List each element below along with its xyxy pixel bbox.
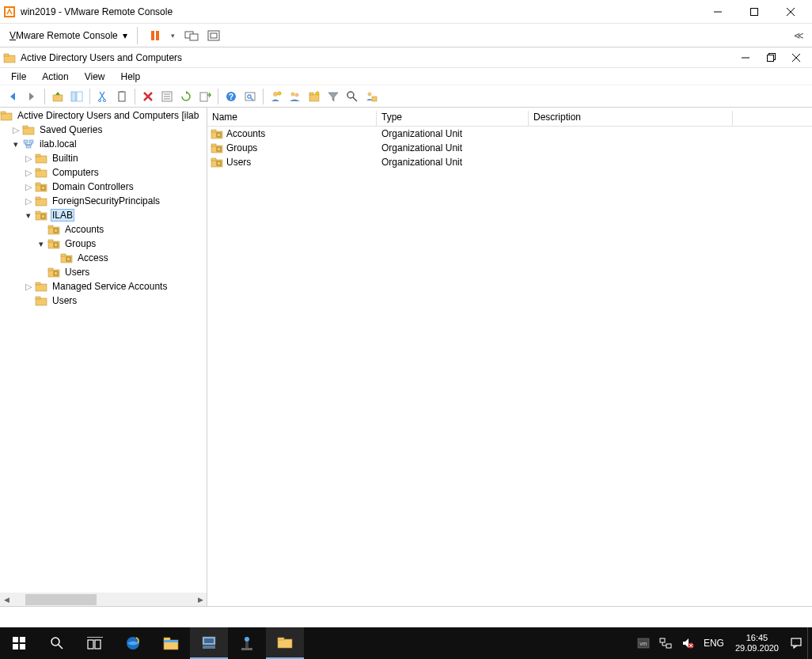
aduc-minimize-button[interactable] xyxy=(733,48,758,67)
expand-arrow-icon[interactable]: ▷ xyxy=(22,168,35,178)
nav-back-button[interactable] xyxy=(4,88,21,105)
tree[interactable]: Active Directory Users and Computers [il… xyxy=(0,108,207,593)
tree-node-ilab-users[interactable]: Users xyxy=(0,265,207,279)
menu-view[interactable]: View xyxy=(77,70,113,84)
tray-volume-icon[interactable] xyxy=(677,627,699,659)
aduc-window-title: Active Directory Users and Computers xyxy=(21,52,733,63)
svg-rect-20 xyxy=(77,92,82,101)
tray-language[interactable]: ENG xyxy=(699,627,729,659)
pause-dropdown[interactable]: ▾ xyxy=(168,26,179,45)
tray-vmware-icon[interactable]: vm xyxy=(632,627,655,659)
tree-node-domain-controllers[interactable]: ▷ Domain Controllers xyxy=(0,180,207,194)
scroll-left-arrow-icon[interactable]: ◀ xyxy=(0,596,13,604)
svg-rect-50 xyxy=(24,140,28,143)
list-row[interactable]: Users Organizational Unit xyxy=(207,155,812,169)
expand-arrow-icon[interactable]: ▷ xyxy=(22,282,35,292)
up-one-level-button[interactable] xyxy=(49,88,66,105)
col-header-name[interactable]: Name xyxy=(207,111,377,126)
vmrc-maximize-button[interactable] xyxy=(736,0,772,24)
tree-node-ilab-groups[interactable]: ▾ Groups xyxy=(0,237,207,251)
collapse-toolbar-button[interactable]: ≪ xyxy=(794,26,804,45)
expand-arrow-icon[interactable]: ▷ xyxy=(22,153,35,164)
scrollbar-thumb[interactable] xyxy=(25,594,97,605)
show-hide-tree-button[interactable] xyxy=(68,88,85,105)
tray-clock[interactable]: 16:45 29.09.2020 xyxy=(729,627,785,659)
tree-node-ilab-accounts[interactable]: Accounts xyxy=(0,222,207,237)
svg-rect-56 xyxy=(36,156,47,163)
ou-icon xyxy=(211,127,223,140)
tray-network-icon[interactable] xyxy=(655,627,677,659)
refresh-button[interactable] xyxy=(177,88,195,105)
tree-node-users[interactable]: Users xyxy=(0,294,207,308)
tree-node-computers[interactable]: ▷ Computers xyxy=(0,165,207,180)
collapse-arrow-icon[interactable]: ▾ xyxy=(35,239,47,249)
tree-node-fsp[interactable]: ▷ ForeignSecurityPrincipals xyxy=(0,194,207,208)
taskbar-server-manager-button[interactable] xyxy=(190,627,228,659)
start-button[interactable] xyxy=(0,627,38,659)
new-ou-button[interactable] xyxy=(305,88,323,105)
menu-help[interactable]: Help xyxy=(113,70,149,84)
vmrc-minimize-button[interactable] xyxy=(700,0,736,24)
tray-notifications-icon[interactable] xyxy=(785,627,807,659)
new-group-button[interactable] xyxy=(286,88,304,105)
tree-node-label: Users xyxy=(63,267,91,278)
filter-button[interactable] xyxy=(324,88,342,105)
taskview-button[interactable] xyxy=(76,627,114,659)
send-ctrl-alt-del-button[interactable] xyxy=(182,26,201,45)
find-objects-button[interactable] xyxy=(343,88,361,105)
delete-button[interactable] xyxy=(139,88,157,105)
tree-node-msa[interactable]: ▷ Managed Service Accounts xyxy=(0,279,207,294)
taskbar-explorer-button[interactable] xyxy=(152,627,190,659)
tree-node-builtin[interactable]: ▷ Builtin xyxy=(0,151,207,165)
col-header-description[interactable]: Description xyxy=(529,111,733,126)
menu-file[interactable]: File xyxy=(3,70,34,84)
list-body[interactable]: Accounts Organizational Unit Groups Orga… xyxy=(207,127,812,606)
tree-node-ilab-access[interactable]: Access xyxy=(0,251,207,265)
pause-button[interactable] xyxy=(146,26,165,45)
folder-icon xyxy=(35,166,47,179)
vmrc-close-button[interactable] xyxy=(772,0,809,24)
fullscreen-button[interactable] xyxy=(204,26,223,45)
collapse-arrow-icon[interactable]: ▾ xyxy=(9,139,22,150)
aduc-restore-button[interactable] xyxy=(758,48,784,67)
col-header-type[interactable]: Type xyxy=(377,111,529,126)
show-desktop-button[interactable] xyxy=(807,627,812,659)
expand-arrow-icon[interactable]: ▷ xyxy=(9,125,22,135)
collapse-arrow-icon[interactable]: ▾ xyxy=(22,210,35,221)
search-button[interactable] xyxy=(38,627,76,659)
tree-root-node[interactable]: Active Directory Users and Computers [il… xyxy=(0,108,207,123)
add-to-group-button[interactable] xyxy=(362,88,380,105)
aduc-close-button[interactable] xyxy=(784,48,809,67)
list-row[interactable]: Groups Organizational Unit xyxy=(207,141,812,155)
list-cell-type: Organizational Unit xyxy=(377,128,529,139)
expand-arrow-icon[interactable]: ▷ xyxy=(22,196,35,206)
ou-icon xyxy=(211,156,223,169)
tree-h-scrollbar[interactable]: ◀ ▶ xyxy=(0,593,207,606)
tree-node-label: Builtin xyxy=(51,153,80,164)
tree-node-domain[interactable]: ▾ ilab.local xyxy=(0,137,207,151)
svg-rect-2 xyxy=(751,8,758,15)
vmrc-menu-dropdown[interactable]: VMware Remote Console ▾ xyxy=(6,28,131,43)
menu-action[interactable]: Action xyxy=(34,70,76,84)
svg-rect-107 xyxy=(203,646,215,649)
tree-node-ilab[interactable]: ▾ ILAB xyxy=(0,208,207,222)
cut-button[interactable] xyxy=(94,88,112,105)
expand-arrow-icon[interactable]: ▷ xyxy=(22,182,35,192)
svg-point-35 xyxy=(273,92,278,97)
find-button[interactable] xyxy=(241,88,259,105)
taskbar-vmware-tools-button[interactable] xyxy=(228,627,266,659)
list-row[interactable]: Accounts Organizational Unit xyxy=(207,127,812,141)
taskbar-aduc-button[interactable] xyxy=(266,627,304,659)
taskbar-ie-button[interactable] xyxy=(114,627,152,659)
col-header-blank xyxy=(733,111,812,126)
copy-button[interactable] xyxy=(113,88,131,105)
export-list-button[interactable] xyxy=(196,88,214,105)
nav-forward-button[interactable] xyxy=(23,88,40,105)
aduc-menubar: File Action View Help xyxy=(0,68,812,85)
properties-button[interactable] xyxy=(158,88,176,105)
tree-node-saved-queries[interactable]: ▷ Saved Queries xyxy=(0,123,207,137)
svg-point-97 xyxy=(51,638,59,646)
new-user-button[interactable] xyxy=(268,88,285,105)
scroll-right-arrow-icon[interactable]: ▶ xyxy=(194,596,207,604)
help-button[interactable]: ? xyxy=(222,88,240,105)
